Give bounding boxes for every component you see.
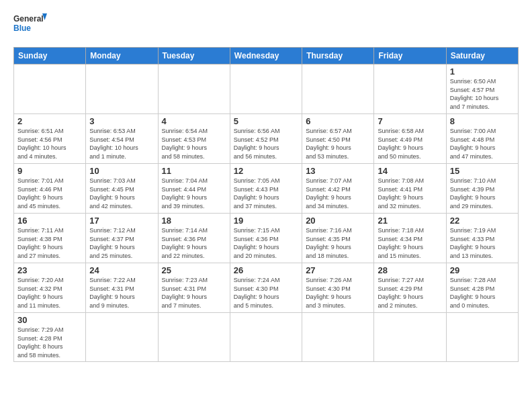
logo: General Blue <box>13 11 47 40</box>
calendar-cell <box>86 313 158 362</box>
week-row-1: 1Sunrise: 6:50 AM Sunset: 4:57 PM Daylig… <box>14 64 519 114</box>
calendar-cell: 6Sunrise: 6:57 AM Sunset: 4:50 PM Daylig… <box>302 114 374 164</box>
calendar-cell: 26Sunrise: 7:24 AM Sunset: 4:30 PM Dayli… <box>230 263 302 313</box>
calendar-cell: 16Sunrise: 7:11 AM Sunset: 4:38 PM Dayli… <box>14 214 86 263</box>
week-row-2: 2Sunrise: 6:51 AM Sunset: 4:56 PM Daylig… <box>14 114 519 164</box>
day-number: 15 <box>450 166 515 176</box>
day-number: 23 <box>17 265 82 275</box>
day-info: Sunrise: 7:10 AM Sunset: 4:39 PM Dayligh… <box>450 177 496 210</box>
calendar-cell <box>230 313 302 362</box>
week-row-5: 23Sunrise: 7:20 AM Sunset: 4:32 PM Dayli… <box>14 263 519 313</box>
calendar-cell: 18Sunrise: 7:14 AM Sunset: 4:36 PM Dayli… <box>158 214 230 263</box>
weekday-header-friday: Friday <box>374 48 446 64</box>
day-info: Sunrise: 7:12 AM Sunset: 4:37 PM Dayligh… <box>89 227 136 259</box>
day-number: 11 <box>162 166 226 176</box>
calendar-cell: 5Sunrise: 6:56 AM Sunset: 4:52 PM Daylig… <box>230 114 302 164</box>
weekday-header-monday: Monday <box>86 48 158 64</box>
calendar-cell <box>158 313 230 362</box>
calendar-cell: 21Sunrise: 7:18 AM Sunset: 4:34 PM Dayli… <box>374 214 446 263</box>
calendar-cell: 13Sunrise: 7:07 AM Sunset: 4:42 PM Dayli… <box>302 164 374 214</box>
day-number: 7 <box>378 116 442 126</box>
day-info: Sunrise: 7:05 AM Sunset: 4:43 PM Dayligh… <box>234 177 280 210</box>
day-info: Sunrise: 7:29 AM Sunset: 4:28 PM Dayligh… <box>17 326 64 359</box>
day-number: 12 <box>234 166 298 176</box>
day-info: Sunrise: 7:20 AM Sunset: 4:32 PM Dayligh… <box>17 277 64 309</box>
calendar-cell <box>302 313 374 362</box>
calendar-cell: 20Sunrise: 7:16 AM Sunset: 4:35 PM Dayli… <box>302 214 374 263</box>
day-number: 8 <box>450 116 515 126</box>
calendar-cell <box>14 64 86 114</box>
calendar-cell: 10Sunrise: 7:03 AM Sunset: 4:45 PM Dayli… <box>86 164 158 214</box>
calendar-cell <box>302 64 374 114</box>
calendar-cell: 14Sunrise: 7:08 AM Sunset: 4:41 PM Dayli… <box>374 164 446 214</box>
day-number: 28 <box>378 265 442 275</box>
calendar-cell: 24Sunrise: 7:22 AM Sunset: 4:31 PM Dayli… <box>86 263 158 313</box>
calendar-cell: 27Sunrise: 7:26 AM Sunset: 4:30 PM Dayli… <box>302 263 374 313</box>
day-number: 4 <box>162 116 226 126</box>
calendar-cell <box>158 64 230 114</box>
day-info: Sunrise: 6:53 AM Sunset: 4:54 PM Dayligh… <box>89 128 138 160</box>
day-info: Sunrise: 7:24 AM Sunset: 4:30 PM Dayligh… <box>234 277 280 309</box>
day-number: 6 <box>306 116 370 126</box>
calendar-cell <box>374 313 446 362</box>
svg-text:General: General <box>13 14 44 24</box>
day-info: Sunrise: 7:07 AM Sunset: 4:42 PM Dayligh… <box>306 177 352 210</box>
day-info: Sunrise: 7:28 AM Sunset: 4:28 PM Dayligh… <box>450 277 496 309</box>
day-info: Sunrise: 6:50 AM Sunset: 4:57 PM Dayligh… <box>450 78 499 110</box>
day-number: 29 <box>450 265 515 275</box>
day-info: Sunrise: 7:15 AM Sunset: 4:36 PM Dayligh… <box>234 227 280 259</box>
day-number: 16 <box>17 216 82 226</box>
calendar-cell: 9Sunrise: 7:01 AM Sunset: 4:46 PM Daylig… <box>14 164 86 214</box>
day-number: 25 <box>162 265 226 275</box>
calendar-cell: 29Sunrise: 7:28 AM Sunset: 4:28 PM Dayli… <box>446 263 518 313</box>
day-number: 30 <box>17 315 82 325</box>
day-number: 18 <box>162 216 226 226</box>
day-number: 22 <box>450 216 515 226</box>
day-number: 3 <box>89 116 154 126</box>
day-number: 13 <box>306 166 370 176</box>
day-info: Sunrise: 7:16 AM Sunset: 4:35 PM Dayligh… <box>306 227 352 259</box>
calendar-cell <box>374 64 446 114</box>
day-info: Sunrise: 7:04 AM Sunset: 4:44 PM Dayligh… <box>162 177 208 210</box>
day-number: 9 <box>17 166 82 176</box>
weekday-header-tuesday: Tuesday <box>158 48 230 64</box>
day-number: 10 <box>89 166 154 176</box>
calendar-cell: 4Sunrise: 6:54 AM Sunset: 4:53 PM Daylig… <box>158 114 230 164</box>
header: General Blue <box>13 11 519 40</box>
week-row-4: 16Sunrise: 7:11 AM Sunset: 4:38 PM Dayli… <box>14 214 519 263</box>
day-number: 1 <box>450 66 515 77</box>
calendar-cell: 15Sunrise: 7:10 AM Sunset: 4:39 PM Dayli… <box>446 164 518 214</box>
calendar-cell: 8Sunrise: 7:00 AM Sunset: 4:48 PM Daylig… <box>446 114 518 164</box>
day-info: Sunrise: 7:14 AM Sunset: 4:36 PM Dayligh… <box>162 227 208 259</box>
day-info: Sunrise: 7:22 AM Sunset: 4:31 PM Dayligh… <box>89 277 136 309</box>
day-info: Sunrise: 7:26 AM Sunset: 4:30 PM Dayligh… <box>306 277 352 309</box>
calendar-cell: 12Sunrise: 7:05 AM Sunset: 4:43 PM Dayli… <box>230 164 302 214</box>
day-info: Sunrise: 7:01 AM Sunset: 4:46 PM Dayligh… <box>17 177 64 210</box>
calendar-cell: 28Sunrise: 7:27 AM Sunset: 4:29 PM Dayli… <box>374 263 446 313</box>
day-number: 17 <box>89 216 154 226</box>
week-row-6: 30Sunrise: 7:29 AM Sunset: 4:28 PM Dayli… <box>14 313 519 362</box>
week-row-3: 9Sunrise: 7:01 AM Sunset: 4:46 PM Daylig… <box>14 164 519 214</box>
calendar-cell: 22Sunrise: 7:19 AM Sunset: 4:33 PM Dayli… <box>446 214 518 263</box>
day-number: 20 <box>306 216 370 226</box>
calendar-cell: 30Sunrise: 7:29 AM Sunset: 4:28 PM Dayli… <box>14 313 86 362</box>
day-info: Sunrise: 7:23 AM Sunset: 4:31 PM Dayligh… <box>162 277 208 309</box>
day-info: Sunrise: 7:27 AM Sunset: 4:29 PM Dayligh… <box>378 277 424 309</box>
calendar-cell: 23Sunrise: 7:20 AM Sunset: 4:32 PM Dayli… <box>14 263 86 313</box>
day-number: 21 <box>378 216 442 226</box>
calendar-cell: 11Sunrise: 7:04 AM Sunset: 4:44 PM Dayli… <box>158 164 230 214</box>
svg-text:Blue: Blue <box>13 24 31 33</box>
calendar-cell: 19Sunrise: 7:15 AM Sunset: 4:36 PM Dayli… <box>230 214 302 263</box>
weekday-header-thursday: Thursday <box>302 48 374 64</box>
day-info: Sunrise: 7:11 AM Sunset: 4:38 PM Dayligh… <box>17 227 64 259</box>
calendar-cell <box>86 64 158 114</box>
day-number: 5 <box>234 116 298 126</box>
day-info: Sunrise: 6:54 AM Sunset: 4:53 PM Dayligh… <box>162 128 208 160</box>
day-number: 24 <box>89 265 154 275</box>
day-info: Sunrise: 6:57 AM Sunset: 4:50 PM Dayligh… <box>306 128 352 160</box>
calendar-cell: 1Sunrise: 6:50 AM Sunset: 4:57 PM Daylig… <box>446 64 518 114</box>
calendar-cell: 2Sunrise: 6:51 AM Sunset: 4:56 PM Daylig… <box>14 114 86 164</box>
calendar-cell: 25Sunrise: 7:23 AM Sunset: 4:31 PM Dayli… <box>158 263 230 313</box>
calendar-cell <box>230 64 302 114</box>
day-number: 14 <box>378 166 442 176</box>
